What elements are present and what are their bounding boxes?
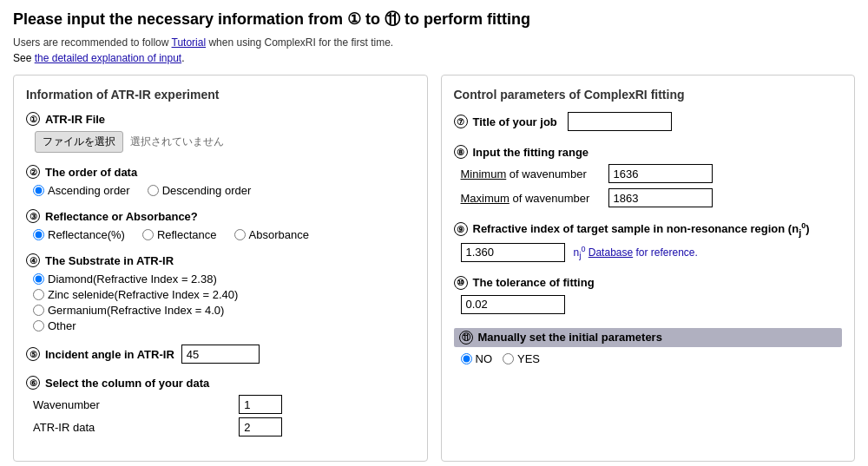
manual-params-section: ⑪ Manually set the initial parameters NO… xyxy=(454,328,843,365)
substrate-label: ④ The Substrate in ATR-IR xyxy=(26,253,415,267)
max-wavenumber-label: Maximum of wavenumber xyxy=(461,192,600,205)
max-wavenumber-input[interactable] xyxy=(608,188,713,207)
absorbance-radio[interactable] xyxy=(234,229,246,240)
manual-params-label: ⑪ Manually set the initial parameters xyxy=(454,328,843,347)
reflectance-section: ③ Reflectance or Absorbance? Reflectance… xyxy=(26,209,415,241)
num-3-icon: ③ xyxy=(26,209,40,223)
num-11-icon: ⑪ xyxy=(459,331,473,345)
incident-angle-input[interactable] xyxy=(181,345,260,364)
fitting-range-section: ⑧ Input the fitting range Minimum of wav… xyxy=(454,145,843,207)
num-1-icon: ① xyxy=(26,112,40,126)
other-radio[interactable] xyxy=(33,320,44,331)
absorbance-option[interactable]: Absorbance xyxy=(234,228,309,241)
germanium-option[interactable]: Germanium(Refractive Index = 4.0) xyxy=(33,304,415,317)
reflectance-label: ③ Reflectance or Absorbance? xyxy=(26,209,415,223)
manual-no-option[interactable]: NO xyxy=(461,352,493,365)
page-subtitle: Users are recommended to follow Tutorial… xyxy=(13,36,855,49)
tolerance-label: ⑩ The tolerance of fitting xyxy=(454,276,843,290)
page-link: See the detailed explanation of input. xyxy=(13,52,855,64)
refractive-index-section: ⑨ Refractive index of target sample in n… xyxy=(454,221,843,262)
refractive-index-input[interactable] xyxy=(461,243,565,262)
refractive-index-label: ⑨ Refractive index of target sample in n… xyxy=(454,221,843,238)
atr-col-input[interactable] xyxy=(239,417,282,436)
title-job-label: ⑦ Title of your job xyxy=(454,112,843,131)
left-panel-title: Information of ATR-IR experiment xyxy=(26,88,415,102)
tolerance-row xyxy=(454,295,843,314)
germanium-radio[interactable] xyxy=(33,305,44,316)
manual-params-radio-group: NO YES xyxy=(454,352,843,365)
database-link[interactable]: Database xyxy=(589,246,633,259)
db-link: nj0 Database for reference. xyxy=(574,245,698,260)
incident-angle-section: ⑤ Incident angle in ATR-IR xyxy=(26,345,415,364)
fitting-range-label: ⑧ Input the fitting range xyxy=(454,145,843,159)
num-4-icon: ④ xyxy=(26,253,40,267)
manual-no-radio[interactable] xyxy=(461,353,472,364)
order-label: ② The order of data xyxy=(26,165,415,179)
other-option[interactable]: Other xyxy=(33,319,415,332)
reflectance-pct-option[interactable]: Reflectance(%) xyxy=(33,228,125,241)
atr-file-section: ① ATR-IR File ファイルを選択 選択されていません xyxy=(26,112,415,153)
panels-container: Information of ATR-IR experiment ① ATR-I… xyxy=(13,75,855,462)
substrate-radio-group: Diamond(Refractive Index = 2.38) Zinc se… xyxy=(26,272,415,332)
num-8-icon: ⑧ xyxy=(454,145,468,159)
title-job-input[interactable] xyxy=(568,112,672,131)
ascending-order-radio[interactable] xyxy=(33,185,44,196)
wavenumber-col-label: Wavenumber xyxy=(33,398,232,411)
left-panel: Information of ATR-IR experiment ① ATR-I… xyxy=(13,75,428,462)
column-section: ⑥ Select the column of your data Wavenum… xyxy=(26,376,415,436)
num-7-icon: ⑦ xyxy=(454,115,468,128)
reflectance-option[interactable]: Reflectance xyxy=(142,228,217,241)
order-of-data-section: ② The order of data Ascending order Desc… xyxy=(26,165,415,197)
wavenumber-col-input[interactable] xyxy=(239,395,282,414)
min-wavenumber-label: Minimum of wavenumber xyxy=(461,167,600,180)
descending-order-option[interactable]: Descending order xyxy=(148,184,252,197)
diamond-option[interactable]: Diamond(Refractive Index = 2.38) xyxy=(33,272,415,286)
tolerance-input[interactable] xyxy=(461,295,565,314)
no-file-label: 選択されていません xyxy=(130,135,224,149)
column-grid: Wavenumber ATR-IR data xyxy=(26,395,415,436)
reflectance-radio-group: Reflectance(%) Reflectance Absorbance xyxy=(26,228,415,241)
min-wavenumber-input[interactable] xyxy=(608,164,713,183)
detailed-explanation-link[interactable]: the detailed explanation of input xyxy=(35,52,181,64)
page-title: Please input the necessary information f… xyxy=(13,9,855,30)
column-label: ⑥ Select the column of your data xyxy=(26,376,415,390)
num-2-icon: ② xyxy=(26,165,40,179)
right-panel-title: Control parameters of ComplexRI fitting xyxy=(454,88,843,102)
substrate-section: ④ The Substrate in ATR-IR Diamond(Refrac… xyxy=(26,253,415,332)
num-6-icon: ⑥ xyxy=(26,376,40,390)
choose-file-button[interactable]: ファイルを選択 xyxy=(35,131,123,153)
manual-yes-option[interactable]: YES xyxy=(503,352,540,365)
diamond-radio[interactable] xyxy=(33,273,44,285)
tolerance-section: ⑩ The tolerance of fitting xyxy=(454,276,843,314)
num-10-icon: ⑩ xyxy=(454,276,468,290)
zinc-selenide-option[interactable]: Zinc selenide(Refractive Index = 2.40) xyxy=(33,288,415,301)
reflectance-radio[interactable] xyxy=(142,229,154,240)
tutorial-link[interactable]: Tutorial xyxy=(172,36,207,49)
title-job-section: ⑦ Title of your job xyxy=(454,112,843,131)
atr-col-label: ATR-IR data xyxy=(33,421,232,434)
max-wavenumber-row: Maximum of wavenumber xyxy=(454,188,843,207)
refractive-index-row: nj0 Database for reference. xyxy=(454,243,843,262)
zinc-selenide-radio[interactable] xyxy=(33,289,44,300)
ascending-order-option[interactable]: Ascending order xyxy=(33,184,130,197)
num-5-icon: ⑤ xyxy=(26,347,40,361)
file-input-area: ファイルを選択 選択されていません xyxy=(35,131,415,153)
descending-order-radio[interactable] xyxy=(148,185,159,196)
num-9-icon: ⑨ xyxy=(454,222,468,236)
atr-file-label: ① ATR-IR File xyxy=(26,112,415,126)
reflectance-pct-radio[interactable] xyxy=(33,229,44,240)
manual-yes-radio[interactable] xyxy=(503,353,514,364)
incident-angle-label: ⑤ Incident angle in ATR-IR xyxy=(26,345,415,364)
order-radio-group: Ascending order Descending order xyxy=(26,184,415,197)
right-panel: Control parameters of ComplexRI fitting … xyxy=(441,75,856,462)
min-wavenumber-row: Minimum of wavenumber xyxy=(454,164,843,183)
